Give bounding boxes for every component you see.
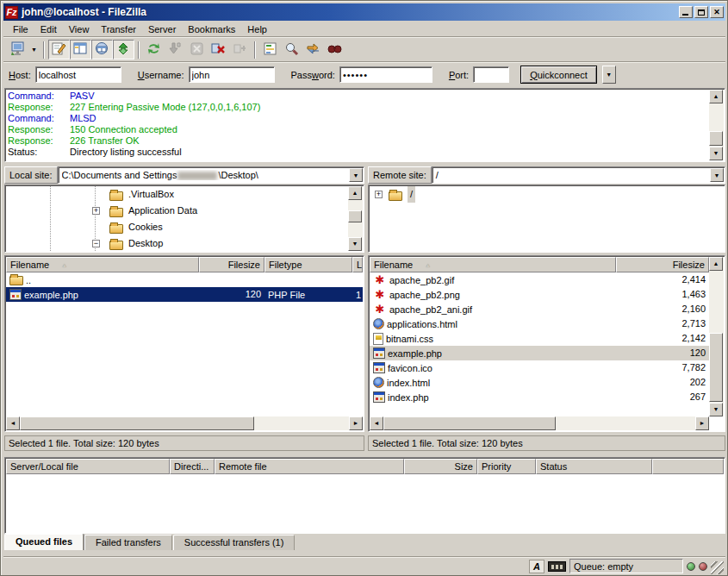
tree-item-label[interactable]: Desktop bbox=[128, 235, 163, 251]
message-log-scrollbar[interactable]: ▲ ▼ bbox=[709, 90, 724, 160]
sync-browsing-button[interactable] bbox=[302, 40, 324, 59]
file-row[interactable]: applications.html2,713 bbox=[370, 316, 709, 331]
collapse-icon[interactable]: − bbox=[92, 240, 100, 247]
data-type-indicator-icon[interactable]: A bbox=[529, 560, 544, 573]
cancel-button bbox=[186, 40, 208, 59]
scroll-up-icon[interactable]: ▲ bbox=[709, 90, 723, 103]
log-line-text: PASV bbox=[70, 91, 95, 102]
file-row[interactable]: .. bbox=[6, 272, 363, 287]
scroll-right-icon[interactable]: ► bbox=[349, 416, 363, 430]
file-row[interactable]: ✱apache_pb2.gif2,414 bbox=[370, 272, 709, 287]
toggle-message-log-button[interactable] bbox=[48, 40, 70, 59]
file-row[interactable]: example.php120 bbox=[370, 346, 709, 360]
column-header-l[interactable]: L bbox=[352, 257, 363, 272]
scroll-thumb[interactable] bbox=[709, 333, 723, 402]
file-row[interactable]: example.php120PHP File1 bbox=[6, 287, 363, 302]
maximize-button[interactable] bbox=[694, 6, 708, 18]
column-header-size[interactable]: Size bbox=[404, 459, 477, 474]
file-row[interactable]: index.php267 bbox=[370, 390, 709, 404]
expand-icon[interactable]: + bbox=[92, 207, 100, 215]
scroll-down-icon[interactable]: ▼ bbox=[348, 237, 362, 251]
close-button[interactable]: ✕ bbox=[710, 6, 724, 18]
tree-item-desktop[interactable]: −Desktop bbox=[6, 235, 348, 251]
file-row[interactable]: ✱apache_pb2_ani.gif2,160 bbox=[370, 302, 709, 316]
tree-item-application-data[interactable]: +Application Data bbox=[6, 203, 348, 219]
column-header-filename[interactable]: Filename▲ bbox=[6, 257, 199, 272]
scroll-right-icon[interactable]: ► bbox=[695, 416, 709, 430]
close-icon: ✕ bbox=[713, 9, 720, 16]
tree-item-root[interactable]: + / bbox=[370, 186, 724, 203]
menu-edit[interactable]: Edit bbox=[34, 22, 63, 36]
password-input[interactable] bbox=[339, 66, 432, 83]
column-header-priority[interactable]: Priority bbox=[477, 459, 536, 474]
compare-button[interactable] bbox=[281, 40, 302, 59]
toggle-remote-tree-button[interactable] bbox=[91, 40, 113, 59]
menu-help[interactable]: Help bbox=[241, 22, 273, 36]
port-input[interactable] bbox=[473, 66, 509, 83]
tree-item-label[interactable]: Cookies bbox=[128, 219, 163, 235]
toggle-queue-button[interactable] bbox=[113, 40, 134, 59]
column-header-filename[interactable]: Filename▲ bbox=[370, 257, 616, 272]
column-header-filesize[interactable]: Filesize bbox=[199, 257, 264, 272]
scroll-up-icon[interactable]: ▲ bbox=[709, 257, 723, 271]
resize-grip[interactable] bbox=[711, 561, 724, 574]
scroll-down-icon[interactable]: ▼ bbox=[709, 147, 723, 160]
tree-item-label[interactable]: Application Data bbox=[128, 203, 197, 219]
file-row[interactable]: index.html202 bbox=[370, 375, 709, 390]
tree-item-cookies[interactable]: Cookies bbox=[6, 219, 348, 235]
scroll-left-icon[interactable]: ◄ bbox=[370, 416, 383, 430]
local-tree-scrollbar[interactable]: ▲ ▼ bbox=[348, 186, 363, 251]
host-input[interactable] bbox=[35, 66, 121, 83]
tree-item--virtualbox[interactable]: .VirtualBox bbox=[6, 186, 348, 203]
scroll-thumb[interactable] bbox=[709, 131, 723, 146]
menu-view[interactable]: View bbox=[63, 22, 96, 36]
toggle-local-tree-button[interactable] bbox=[70, 40, 91, 59]
column-header-status[interactable]: Status bbox=[536, 459, 652, 474]
tree-item-label[interactable]: / bbox=[408, 186, 415, 203]
speed-limit-indicator-icon[interactable] bbox=[548, 561, 566, 572]
expand-icon[interactable]: + bbox=[375, 191, 383, 198]
remote-site-dropdown-button[interactable]: ▼ bbox=[710, 168, 724, 182]
username-input[interactable] bbox=[189, 66, 275, 83]
host-label: Host: bbox=[9, 70, 31, 80]
scroll-thumb[interactable] bbox=[383, 416, 556, 430]
scroll-down-icon[interactable]: ▼ bbox=[709, 403, 723, 416]
tab-queued-files[interactable]: Queued files bbox=[4, 534, 84, 550]
tab-successful-transfers-1-[interactable]: Successful transfers (1) bbox=[173, 535, 296, 550]
site-manager-dropdown-button[interactable]: ▼ bbox=[28, 40, 40, 59]
quickconnect-button[interactable]: Quickconnect bbox=[520, 66, 597, 84]
refresh-button[interactable] bbox=[143, 40, 165, 59]
remote-list-hscrollbar[interactable]: ◄ ► bbox=[370, 416, 709, 430]
local-site-combobox[interactable]: C:\Documents and Settings\Desktop\ ▼ bbox=[58, 166, 364, 184]
filter-button[interactable] bbox=[259, 40, 281, 59]
menu-bookmarks[interactable]: Bookmarks bbox=[182, 22, 241, 36]
column-header-filetype[interactable]: Filetype bbox=[264, 257, 352, 272]
column-header-filesize[interactable]: Filesize bbox=[616, 257, 709, 272]
remote-site-combobox[interactable]: / ▼ bbox=[432, 166, 725, 184]
tree-item-label[interactable]: .VirtualBox bbox=[128, 186, 174, 203]
file-row[interactable]: ✱apache_pb2.png1,463 bbox=[370, 287, 709, 302]
file-row[interactable]: favicon.ico7,782 bbox=[370, 360, 709, 375]
local-site-dropdown-button[interactable]: ▼ bbox=[349, 168, 363, 182]
site-manager-button[interactable] bbox=[7, 40, 28, 59]
menu-transfer[interactable]: Transfer bbox=[95, 22, 142, 36]
scroll-thumb[interactable] bbox=[20, 416, 254, 430]
disconnect-button[interactable] bbox=[208, 40, 229, 59]
toolbar-separator bbox=[254, 41, 256, 59]
column-header-remote-file[interactable]: Remote file bbox=[215, 459, 404, 474]
menu-file[interactable]: File bbox=[7, 22, 34, 36]
scroll-up-icon[interactable]: ▲ bbox=[348, 186, 362, 200]
column-header-server-local-file[interactable]: Server/Local file bbox=[6, 459, 170, 474]
quickconnect-dropdown-button[interactable]: ▼ bbox=[602, 66, 616, 84]
menu-server[interactable]: Server bbox=[142, 22, 182, 36]
minimize-button[interactable] bbox=[679, 6, 693, 18]
file-row[interactable]: bitnami.css2,142 bbox=[370, 331, 709, 346]
tab-failed-transfers[interactable]: Failed transfers bbox=[84, 535, 172, 550]
queue-tabs: Queued filesFailed transfersSuccessful t… bbox=[4, 534, 295, 550]
local-list-hscrollbar[interactable]: ◄ ► bbox=[6, 416, 363, 430]
scroll-thumb[interactable] bbox=[348, 210, 362, 222]
find-files-button[interactable] bbox=[324, 40, 345, 59]
remote-list-vscrollbar[interactable]: ▲ ▼ bbox=[709, 257, 724, 416]
column-header-directi-[interactable]: Directi... bbox=[170, 459, 215, 474]
scroll-left-icon[interactable]: ◄ bbox=[6, 416, 20, 430]
